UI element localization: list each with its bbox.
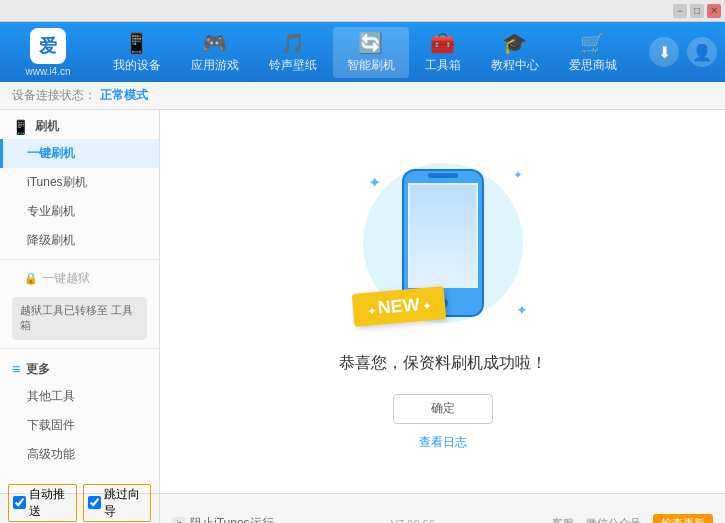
more-section-label: 更多 xyxy=(26,361,50,378)
user-button[interactable]: 👤 xyxy=(687,37,717,67)
nav-store[interactable]: 🛒 爱思商城 xyxy=(555,27,631,78)
nav-smart-flash[interactable]: 🔄 智能刷机 xyxy=(333,27,409,78)
sidebar-section-more: ≡ 更多 xyxy=(0,353,159,382)
status-bar: 设备连接状态： 正常模式 xyxy=(0,82,725,110)
status-label: 设备连接状态： xyxy=(12,87,96,104)
bottom-links: 客服 微信公众号 检查更新 xyxy=(552,514,713,523)
nav-items: 📱 我的设备 🎮 应用游戏 🎵 铃声壁纸 🔄 智能刷机 🧰 工具箱 🎓 教程中心… xyxy=(88,27,641,78)
nav-ringtone-label: 铃声壁纸 xyxy=(269,57,317,74)
itunes-status-text: 阻止iTunes运行 xyxy=(190,515,274,523)
lock-icon: 🔒 xyxy=(24,272,38,285)
auto-launch-checkbox[interactable]: 自动推送 xyxy=(8,484,77,522)
sidebar-jailbreak-note: 越狱工具已转移至 工具箱 xyxy=(12,297,147,340)
pro-flash-label: 专业刷机 xyxy=(27,204,75,218)
maximize-button[interactable]: □ xyxy=(690,4,704,18)
nav-tutorials-label: 教程中心 xyxy=(491,57,539,74)
tutorials-icon: 🎓 xyxy=(502,31,527,55)
itunes-flash-label: iTunes刷机 xyxy=(27,175,87,189)
ringtone-icon: 🎵 xyxy=(280,31,305,55)
nav-toolbox-label: 工具箱 xyxy=(425,57,461,74)
logo-icon: 爱 xyxy=(30,28,66,64)
smart-flash-icon: 🔄 xyxy=(358,31,383,55)
itunes-icon: it xyxy=(172,517,186,524)
nav-my-device-label: 我的设备 xyxy=(113,57,161,74)
store-icon: 🛒 xyxy=(580,31,605,55)
jailbreak-note-text: 越狱工具已转移至 工具箱 xyxy=(20,304,133,331)
sidebar-item-download-firmware[interactable]: 下载固件 xyxy=(0,411,159,440)
sidebar-divider-2 xyxy=(0,348,159,349)
nav-ringtone[interactable]: 🎵 铃声壁纸 xyxy=(255,27,331,78)
sidebar-item-downgrade[interactable]: 降级刷机 xyxy=(0,226,159,255)
confirm-button[interactable]: 确定 xyxy=(393,394,493,424)
sidebar-jailbreak-greyed: 🔒 一键越狱 xyxy=(0,264,159,293)
download-firmware-label: 下载固件 xyxy=(27,418,75,432)
svg-rect-2 xyxy=(428,173,458,178)
sidebar-item-pro-flash[interactable]: 专业刷机 xyxy=(0,197,159,226)
success-title: 恭喜您，保资料刷机成功啦！ xyxy=(339,353,547,374)
visit-log-link[interactable]: 查看日志 xyxy=(419,434,467,451)
main-layout: 📱 刷机 一键刷机 iTunes刷机 专业刷机 降级刷机 🔒 一键越狱 越狱工具… xyxy=(0,110,725,493)
wechat-link[interactable]: 微信公众号 xyxy=(586,516,641,523)
success-illustration: ✦ ✦ ✦ NEW xyxy=(343,153,543,353)
nav-right: ⬇ 👤 xyxy=(649,37,717,67)
sidebar-item-other-tools[interactable]: 其他工具 xyxy=(0,382,159,411)
status-value: 正常模式 xyxy=(100,87,148,104)
content-area: ✦ ✦ ✦ NEW 恭喜您，保资料刷机成功啦！ 确定 xyxy=(160,110,725,493)
nav-toolbox[interactable]: 🧰 工具箱 xyxy=(411,27,475,78)
sparkle-bottom-right: ✦ xyxy=(516,302,528,318)
nav-apps-games-label: 应用游戏 xyxy=(191,57,239,74)
sidebar-section-flash: 📱 刷机 xyxy=(0,110,159,139)
other-tools-label: 其他工具 xyxy=(27,389,75,403)
itunes-status: it 阻止iTunes运行 xyxy=(172,515,274,523)
sidebar-item-advanced[interactable]: 高级功能 xyxy=(0,440,159,469)
top-nav: 爱 www.i4.cn 📱 我的设备 🎮 应用游戏 🎵 铃声壁纸 🔄 智能刷机 … xyxy=(0,22,725,82)
sidebar: 📱 刷机 一键刷机 iTunes刷机 专业刷机 降级刷机 🔒 一键越狱 越狱工具… xyxy=(0,110,160,493)
more-section-icon: ≡ xyxy=(12,361,20,377)
downgrade-label: 降级刷机 xyxy=(27,233,75,247)
jailbreak-label: 一键越狱 xyxy=(42,270,90,287)
check-update-button[interactable]: 检查更新 xyxy=(653,514,713,523)
via-wizard-input[interactable] xyxy=(88,496,101,509)
svg-rect-4 xyxy=(410,185,476,286)
sparkle-top-left: ✦ xyxy=(368,173,381,192)
nav-store-label: 爱思商城 xyxy=(569,57,617,74)
nav-apps-games[interactable]: 🎮 应用游戏 xyxy=(177,27,253,78)
bottom-checkboxes: 自动推送 跳过向导 xyxy=(8,484,151,522)
sidebar-section-flash-label: 刷机 xyxy=(35,118,59,135)
toolbox-icon: 🧰 xyxy=(430,31,455,55)
advanced-label: 高级功能 xyxy=(27,447,75,461)
sidebar-divider-1 xyxy=(0,259,159,260)
nav-my-device[interactable]: 📱 我的设备 xyxy=(99,27,175,78)
sidebar-item-itunes-flash[interactable]: iTunes刷机 xyxy=(0,168,159,197)
apps-games-icon: 🎮 xyxy=(202,31,227,55)
nav-tutorials[interactable]: 🎓 教程中心 xyxy=(477,27,553,78)
version-text: V7.98.66 xyxy=(391,518,435,524)
sparkle-top-right: ✦ xyxy=(513,168,523,182)
close-button[interactable]: ✕ xyxy=(707,4,721,18)
nav-smart-flash-label: 智能刷机 xyxy=(347,57,395,74)
one-click-flash-label: 一键刷机 xyxy=(27,146,75,160)
auto-launch-input[interactable] xyxy=(13,496,26,509)
logo[interactable]: 爱 www.i4.cn xyxy=(8,28,88,77)
auto-launch-label: 自动推送 xyxy=(29,486,72,520)
my-device-icon: 📱 xyxy=(124,31,149,55)
logo-sitename: www.i4.cn xyxy=(25,66,70,77)
bottom-right-section: it 阻止iTunes运行 V7.98.66 客服 微信公众号 检查更新 xyxy=(160,494,725,523)
sidebar-item-one-click-flash[interactable]: 一键刷机 xyxy=(0,139,159,168)
minimize-button[interactable]: － xyxy=(673,4,687,18)
flash-section-icon: 📱 xyxy=(12,119,29,135)
via-wizard-label: 跳过向导 xyxy=(104,486,147,520)
via-wizard-checkbox[interactable]: 跳过向导 xyxy=(83,484,152,522)
download-button[interactable]: ⬇ xyxy=(649,37,679,67)
customer-service-link[interactable]: 客服 xyxy=(552,516,574,523)
title-bar: － □ ✕ xyxy=(0,0,725,22)
bottom-left-section: 自动推送 跳过向导 📱 iPhone 12 mini 64GB Down-12m… xyxy=(0,494,160,523)
bottom-bar: 自动推送 跳过向导 📱 iPhone 12 mini 64GB Down-12m… xyxy=(0,493,725,523)
